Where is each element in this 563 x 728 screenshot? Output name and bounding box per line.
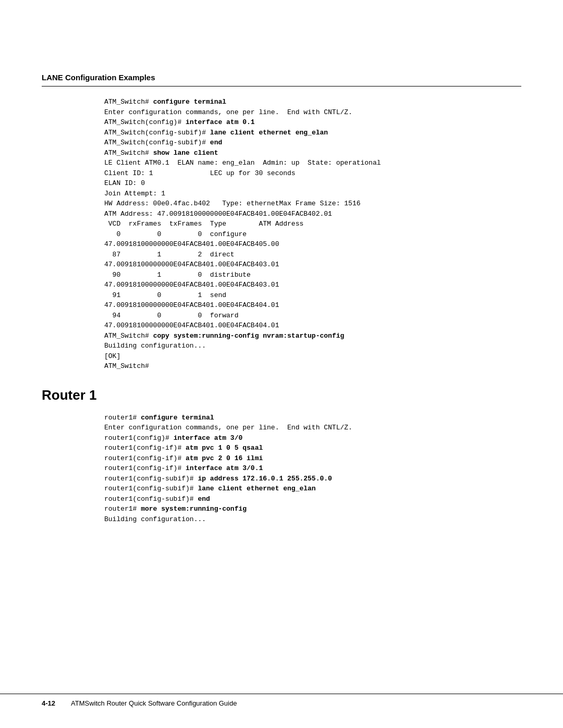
code-line: ATM_Switch(config)# interface atm 0.1	[104, 117, 521, 128]
code-line: ATM_Switch(config-subif)# lane client et…	[104, 128, 521, 138]
code-line: router1(config-if)# atm pvc 2 0 16 ilmi	[104, 453, 521, 464]
code-line: HW Address: 00e0.4fac.b402 Type: etherne…	[104, 199, 521, 209]
code-line: Enter configuration commands, one per li…	[104, 107, 521, 118]
code-line: Client ID: 1 LEC up for 30 seconds	[104, 168, 521, 179]
code-line: LE Client ATM0.1 ELAN name: eng_elan Adm…	[104, 158, 521, 168]
router-heading: Router 1	[42, 387, 521, 403]
section-header: LANE Configuration Examples	[42, 73, 521, 82]
footer: 4-12 ATMSwitch Router Quick Software Con…	[0, 694, 563, 707]
code-line: 47.00918100000000E04FACB401.00E04FACB404…	[104, 300, 521, 311]
code-line: router1(config-if)# atm pvc 1 0 5 qsaal	[104, 443, 521, 453]
code-line: router1# configure terminal	[104, 413, 521, 423]
code-line: 90 1 0 distribute	[104, 270, 521, 280]
code-line: router1(config-subif)# ip address 172.16…	[104, 474, 521, 484]
code-line: Join Attempt: 1	[104, 189, 521, 199]
code-line: 47.00918100000000E04FACB401.00E04FACB405…	[104, 239, 521, 250]
code-line: 47.00918100000000E04FACB401.00E04FACB403…	[104, 280, 521, 290]
code-line: ATM_Switch#	[104, 361, 521, 372]
code-line: ATM_Switch# copy system:running-config n…	[104, 331, 521, 341]
code-line: router1(config-if)# interface atm 3/0.1	[104, 463, 521, 474]
page: LANE Configuration Examples ATM_Switch# …	[0, 0, 563, 728]
code-line: 0 0 0 configure	[104, 229, 521, 240]
footer-page-number: 4-12	[42, 699, 55, 707]
footer-title: ATMSwitch Router Quick Software Configur…	[71, 699, 237, 707]
code-line: router1# more system:running-config	[104, 504, 521, 514]
code-line: ATM Address: 47.00918100000000E04FACB401…	[104, 209, 521, 219]
code-line: ATM_Switch# show lane client	[104, 148, 521, 158]
code-line: router1(config-subif)# end	[104, 494, 521, 504]
atm-switch-code-block: ATM_Switch# configure terminalEnter conf…	[104, 97, 521, 372]
code-line: ATM_Switch(config-subif)# end	[104, 138, 521, 148]
code-line: router1(config-subif)# lane client ether…	[104, 484, 521, 494]
code-line: 47.00918100000000E04FACB401.00E04FACB404…	[104, 320, 521, 331]
code-line: Enter configuration commands, one per li…	[104, 423, 521, 433]
top-spacer	[42, 31, 521, 73]
code-line: Building configuration...	[104, 514, 521, 525]
code-line: Building configuration...	[104, 341, 521, 351]
code-line: 87 1 2 direct	[104, 250, 521, 260]
code-line: 94 0 0 forward	[104, 311, 521, 321]
code-line: ATM_Switch# configure terminal	[104, 97, 521, 107]
code-line: ELAN ID: 0	[104, 178, 521, 189]
router-code-block: router1# configure terminalEnter configu…	[104, 413, 521, 525]
section-divider	[42, 86, 521, 87]
code-line: 47.00918100000000E04FACB401.00E04FACB403…	[104, 260, 521, 270]
code-line: router1(config)# interface atm 3/0	[104, 433, 521, 443]
code-line: VCD rxFrames txFrames Type ATM Address	[104, 219, 521, 229]
code-line: [OK]	[104, 351, 521, 362]
code-line: 91 0 1 send	[104, 290, 521, 301]
